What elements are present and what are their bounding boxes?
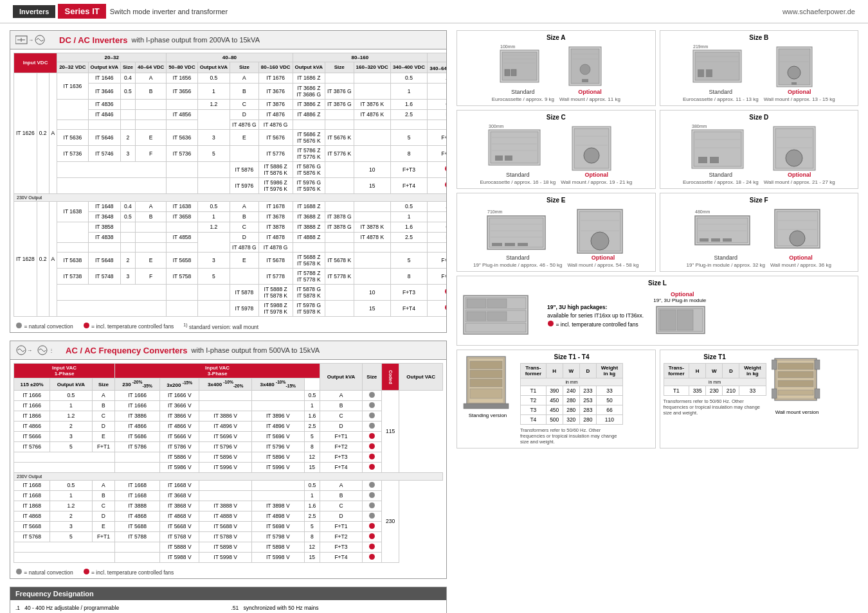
size-a-standard: 100mm Standard Eurocassette / approx. 9 … [492, 44, 554, 102]
cell-ac-it5786: IT 5786 [115, 441, 160, 452]
cell-ac-it1866: IT 1866 [14, 411, 50, 421]
size-d-images: 380mm Standard Eurocassette / approx. 18… [664, 123, 855, 185]
table-row: IT 5736 IT 5746 3 F IT 5736 5 IT 5776 IT… [14, 145, 447, 161]
cell-empty7 [167, 99, 197, 109]
svg-rect-116 [815, 389, 820, 398]
cell-ac-empty8 [115, 462, 160, 472]
cell-t3: T3 [521, 405, 547, 415]
th-size3: Size [325, 62, 354, 73]
cell-empty64 [325, 300, 354, 316]
cell-it3858: IT 3858 [88, 222, 120, 232]
cell-it5788z: IT 5788 ZIT 5778 K [293, 268, 325, 284]
cell-out-5d: 5 [197, 268, 230, 284]
cell-t1w-wt: 33 [739, 386, 766, 396]
size-c-standard-weight: Eurocassette / approx. 16 - 18 kg [480, 179, 556, 185]
cell-ac-it5786v: IT 5786 V [160, 441, 199, 452]
svg-rect-41 [495, 155, 503, 161]
table-row: IT 5768 5 F+T1 IT 5788 IT 5768 V IT 5788… [14, 531, 443, 542]
size-c-images: 300mm Standard Eurocassette / approx. 16… [460, 123, 652, 185]
cell-ac-sz-a4: A [320, 480, 363, 490]
cell-empty47 [135, 242, 166, 252]
cell-empty4 [57, 99, 88, 120]
cell-out-12b: 1.2 [197, 222, 230, 232]
table-row: IT 5978 IT 5988 ZIT 5978 K IT 5978 GIT 5… [14, 300, 447, 316]
cell-sz-ft1b: F+T1 [428, 252, 446, 268]
cell-ac-it1666c: IT 1666 [14, 400, 50, 411]
size-l-content: 19", 3U high packages: available for ser… [460, 289, 854, 342]
table-row: IT 5988 V IT 5998 V IT 5998 V 15 F+T4 [14, 552, 443, 562]
t1-table-area: Size T1 Trans-former H W D Weightin kg [664, 353, 766, 416]
svg-rect-110 [778, 371, 813, 378]
cell-ac-it4868b: IT 4868 [115, 511, 160, 521]
cell-ac-sz-d3: D [92, 511, 114, 521]
cell-ac-empty11 [199, 490, 252, 501]
size-d-cell: Size D 380mm Standard Euro [660, 110, 859, 189]
cell-ac-out8a: 8 [304, 441, 320, 452]
cell-empty37 [120, 222, 135, 232]
svg-rect-106 [464, 404, 509, 409]
cell-it1628: IT 1628 [14, 201, 37, 316]
cell-sz-e3: E [135, 252, 166, 268]
size-c-optional: Optional Wall mount / approx. 19 - 21 kg [561, 123, 632, 185]
cell-out-15a: 15 [354, 177, 390, 193]
cell-empty17 [293, 120, 325, 129]
cell-it5646: IT 5646 [88, 129, 120, 145]
svg-rect-68 [518, 243, 528, 246]
cell-ac-sz-e2: E [92, 521, 114, 531]
cell-ac-out8b: 8 [304, 531, 320, 542]
cell-ac-it5686: IT 5686 [115, 431, 160, 441]
size-c-optional-label: Optional [584, 172, 608, 178]
cell-empty53 [428, 242, 446, 252]
size-l-svg [460, 289, 538, 341]
cell-it3888z: IT 3888 Z [293, 222, 325, 232]
cell-it5976g: IT 5976 GIT 5976 K [293, 177, 325, 193]
size-l-optional-svg [653, 303, 711, 339]
cell-ac-sz-ft2a: F+T2 [320, 441, 363, 452]
cell-sz-a2: A [230, 73, 259, 83]
table-row: IT 1666 1 B IT 1666 IT 3666 V 1 B [14, 400, 443, 411]
size-c-standard-label: Standard [506, 172, 530, 178]
cell-it3878b: IT 3878 [258, 222, 293, 232]
cell-ac-it5788v: IT 5788 V [199, 531, 252, 542]
cell-t1-w: 240 [563, 386, 579, 396]
cell-ac-230: 230 [381, 480, 399, 562]
cell-ac-dot7 [362, 452, 381, 462]
cell-it1646: IT 1646 [88, 73, 120, 83]
table-row: T1 335 230 210 33 [664, 386, 766, 396]
cell-ac-empty12 [251, 490, 304, 501]
cell-ac-empty6 [115, 452, 160, 462]
cell-out-3c: 3 [197, 252, 230, 268]
cell-it4836: IT 4836 [88, 99, 120, 109]
cell-empty2 [354, 73, 390, 83]
cell-ac-out05a: 0.5 [50, 390, 93, 400]
cell-empty51 [354, 242, 390, 252]
svg-point-87 [790, 231, 805, 246]
cell-ac-dot6 [362, 441, 381, 452]
cell-it4886z: IT 4886 Z [293, 109, 325, 120]
size-b-images: 219mm Standard Eurocassette / approx. 11… [664, 44, 855, 102]
size-d-optional-label: Optional [788, 172, 811, 178]
cell-it5686z: IT 5686 ZIT 5676 K [293, 129, 325, 145]
cell-sz-b3: B [428, 83, 446, 99]
size-e-optional-img [574, 206, 632, 254]
cell-ac-it4866v: IT 4866 V [160, 421, 199, 431]
cell-ac-sz-d4: D [320, 511, 363, 521]
col-group-160-800: 160–800 [428, 53, 446, 62]
cell-ac-it5998v: IT 5998 V [199, 552, 252, 562]
th-out-kva2: Output kVA [197, 62, 230, 73]
cell-empty49 [293, 242, 325, 252]
size-t14-cell: Standing version Size T1 - T4 Trans-form… [457, 350, 656, 449]
cell-it3876b: IT 3876 [258, 99, 293, 109]
cell-ac-it5666: IT 5666 [14, 431, 50, 441]
cell-ac-sz-ft1d: F+T1 [92, 531, 114, 542]
cell-ac-out1a: 1 [50, 400, 93, 411]
cell-ac-dot2 [362, 400, 381, 411]
svg-rect-54 [710, 157, 719, 163]
cell-ac-dot14 [362, 531, 381, 542]
cell-ac-out12b: 1.2 [50, 501, 93, 511]
cell-it3678: IT 3678 [258, 211, 293, 222]
cell-ac-dot8 [362, 462, 381, 472]
svg-rect-66 [492, 243, 502, 246]
cell-it5638: IT 5638 [57, 252, 88, 268]
table-row: IT 5738 IT 5748 3 F IT 5758 5 IT 5778 IT… [14, 268, 447, 284]
